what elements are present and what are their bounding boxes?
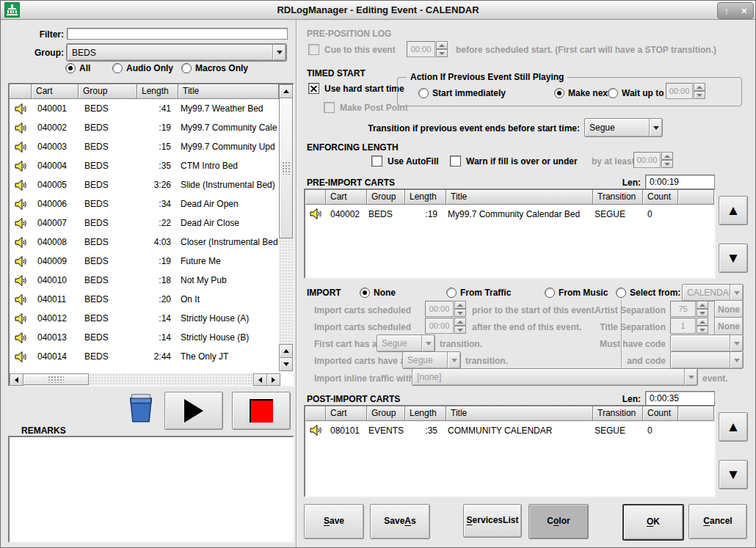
vscroll-slider[interactable] xyxy=(279,98,293,238)
vscroll-down-button[interactable] xyxy=(279,357,293,371)
radio-import-none[interactable] xyxy=(360,288,370,298)
title-separation-none-button[interactable]: None xyxy=(714,317,744,336)
play-button[interactable] xyxy=(164,392,223,430)
and-code-select[interactable] xyxy=(670,351,744,369)
header-title[interactable]: Title xyxy=(178,84,279,99)
header-cart[interactable]: Cart xyxy=(326,190,367,205)
radio-all[interactable] xyxy=(65,63,76,73)
color-button[interactable]: Color xyxy=(528,504,589,539)
table-row[interactable]: 040007BEDS:22Dead Air Close xyxy=(10,213,279,233)
table-row[interactable]: 040014BEDS2:44The Only JT xyxy=(10,347,279,366)
spin-up-icon[interactable] xyxy=(661,152,673,160)
header-icon[interactable] xyxy=(10,84,32,99)
table-row[interactable]: 040011BEDS:20On It xyxy=(10,290,279,309)
table-row[interactable]: 040002BEDS:19My99.7 Community Calendar B… xyxy=(305,205,714,223)
spin-down-icon[interactable] xyxy=(436,49,448,57)
cue-to-event-checkbox[interactable] xyxy=(308,44,319,55)
spin-up-icon[interactable] xyxy=(697,318,708,326)
header-group[interactable]: Group xyxy=(367,406,405,421)
header-transition[interactable]: Transition xyxy=(593,190,643,205)
services-list-button[interactable]: Services List xyxy=(463,504,522,538)
radio-from-traffic[interactable] xyxy=(446,288,457,298)
radio-audio-only[interactable] xyxy=(112,63,123,73)
header-group[interactable]: Group xyxy=(367,190,405,205)
use-hard-start-checkbox[interactable] xyxy=(308,83,319,94)
cancel-button[interactable]: Cancel xyxy=(688,504,747,539)
filter-input[interactable] xyxy=(67,28,288,40)
header-cart[interactable]: Cart xyxy=(32,84,79,99)
header-length[interactable]: Length xyxy=(405,406,446,421)
spin-up-icon[interactable] xyxy=(454,318,466,326)
title-separation-spinbox[interactable]: 1 xyxy=(670,318,708,334)
imported-carts-transition-select[interactable]: Segue xyxy=(402,351,461,369)
hscroll-slider[interactable] xyxy=(23,373,89,385)
first-cart-transition-select[interactable]: Segue xyxy=(377,335,435,352)
make-post-point-checkbox[interactable] xyxy=(324,102,335,113)
header-title[interactable]: Title xyxy=(446,406,593,421)
header-icon[interactable] xyxy=(305,190,326,205)
table-row[interactable]: 040006BEDS:34Dead Air Open xyxy=(10,194,279,213)
spin-down-icon[interactable] xyxy=(454,309,466,317)
pre-import-move-up-button[interactable]: ▲ xyxy=(719,196,748,225)
title-bar[interactable]: RDLogManager - Editing Event - CALENDAR … xyxy=(1,1,755,20)
close-button[interactable]: × xyxy=(741,4,747,18)
warn-fill-checkbox[interactable] xyxy=(450,156,461,167)
spin-up-icon[interactable] xyxy=(436,41,448,49)
table-row[interactable]: 040002BEDS:19My99.7 Community Cale xyxy=(10,118,279,137)
must-have-code-select[interactable] xyxy=(670,335,744,352)
hscroll-left2-button[interactable] xyxy=(253,373,267,386)
table-row[interactable]: 040010BEDS:18Not My Pub xyxy=(10,271,279,290)
table-row[interactable]: 040005BEDS3:26Slide (Instrumental Bed) xyxy=(10,175,279,194)
by-at-least-spinbox[interactable]: 00:00 xyxy=(633,152,673,168)
table-row[interactable]: 040012BEDS:14Strictly House (A) xyxy=(10,309,279,328)
header-group[interactable]: Group xyxy=(79,84,137,99)
trash-icon[interactable] xyxy=(127,390,155,424)
table-row[interactable]: 040008BEDS4:03Closer (Instrumental Bed xyxy=(10,233,279,252)
spin-down-icon[interactable] xyxy=(454,326,466,334)
header-blank[interactable] xyxy=(678,190,714,205)
spin-up-icon[interactable] xyxy=(454,301,466,309)
cue-time-spinbox[interactable]: 00:00 xyxy=(407,41,448,57)
table-row[interactable]: 080101EVENTS:35COMMUNITY CALENDARSEGUE0 xyxy=(305,421,714,439)
table-row[interactable]: 040001BEDS:41My99.7 Weather Bed xyxy=(10,99,279,118)
inline-traffic-select[interactable]: [none] xyxy=(412,368,698,386)
table-row[interactable]: 040004BEDS:35CTM Intro Bed xyxy=(10,156,279,175)
post-import-move-up-button[interactable]: ▲ xyxy=(719,412,748,442)
transition-select[interactable]: Segue xyxy=(584,118,663,137)
spin-down-icon[interactable] xyxy=(661,160,673,168)
pre-import-move-down-button[interactable]: ▼ xyxy=(719,244,748,273)
select-from-dropdown[interactable]: CALENDAR xyxy=(682,284,744,302)
spin-down-icon[interactable] xyxy=(694,91,705,99)
radio-wait-up-to[interactable] xyxy=(608,88,618,98)
spin-up-icon[interactable] xyxy=(694,83,705,91)
header-count[interactable]: Count xyxy=(643,190,678,205)
header-length[interactable]: Length xyxy=(137,84,178,99)
wait-up-to-spinbox[interactable]: 00:00 xyxy=(666,83,705,99)
header-count[interactable]: Count xyxy=(643,406,678,421)
header-transition[interactable]: Transition xyxy=(593,406,643,421)
spin-up-icon[interactable] xyxy=(697,301,708,309)
spin-down-icon[interactable] xyxy=(697,309,708,317)
vscroll-up-button[interactable] xyxy=(279,84,293,98)
radio-macros-only[interactable] xyxy=(181,63,192,73)
table-row[interactable]: 040003BEDS:15My99.7 Community Upd xyxy=(10,137,279,156)
header-blank[interactable] xyxy=(678,406,714,421)
hscroll-right-button[interactable] xyxy=(266,373,280,386)
save-as-button[interactable]: Save As xyxy=(370,504,430,539)
stop-button[interactable] xyxy=(232,392,291,430)
radio-select-from[interactable] xyxy=(616,288,626,298)
hscroll-left-button[interactable] xyxy=(10,373,23,386)
header-length[interactable]: Length xyxy=(405,190,446,205)
radio-start-immediately[interactable] xyxy=(418,88,429,98)
spin-down-icon[interactable] xyxy=(697,326,708,334)
radio-make-next[interactable] xyxy=(554,88,564,98)
post-import-move-down-button[interactable]: ▼ xyxy=(719,460,748,489)
header-title[interactable]: Title xyxy=(446,190,593,205)
table-row[interactable]: 040013BEDS:14Strictly House (B) xyxy=(10,328,279,347)
radio-from-music[interactable] xyxy=(545,288,555,298)
artist-separation-spinbox[interactable]: 75 xyxy=(670,301,708,317)
header-cart[interactable]: Cart xyxy=(326,406,367,421)
shade-button[interactable]: ↑ xyxy=(724,4,729,18)
remarks-input[interactable] xyxy=(8,436,294,543)
group-select[interactable]: BEDS xyxy=(67,44,286,61)
